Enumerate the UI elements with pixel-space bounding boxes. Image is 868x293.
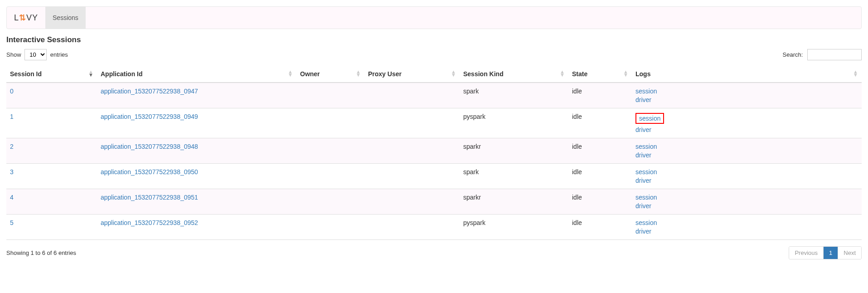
header-label: Session Id: [10, 70, 42, 78]
log-driver-link[interactable]: driver: [635, 177, 858, 184]
session-kind-cell: spark: [460, 164, 568, 189]
header-label: Logs: [635, 70, 650, 78]
log-driver-link[interactable]: driver: [635, 126, 858, 133]
proxy-user-cell: [364, 108, 460, 138]
log-driver-link[interactable]: driver: [635, 96, 858, 103]
proxy-user-cell: [364, 138, 460, 164]
state-cell: idle: [568, 164, 632, 189]
search-control: Search:: [783, 49, 862, 60]
table-controls: Show 10 entries Search:: [6, 49, 862, 60]
search-label: Search:: [783, 51, 803, 58]
header-proxy-user[interactable]: Proxy User ▲▼: [364, 66, 460, 83]
search-input[interactable]: [807, 49, 862, 60]
log-session-link[interactable]: session: [635, 88, 858, 95]
application-id-link[interactable]: application_1532077522938_0948: [101, 143, 198, 150]
session-id-link[interactable]: 0: [10, 88, 14, 95]
proxy-user-cell: [364, 215, 460, 240]
header-logs[interactable]: Logs ▲▼: [632, 66, 862, 83]
entries-label: entries: [50, 51, 68, 58]
proxy-user-cell: [364, 164, 460, 189]
owner-cell: [296, 215, 364, 240]
log-session-link[interactable]: session: [635, 219, 858, 226]
header-label: Owner: [300, 70, 320, 78]
session-id-link[interactable]: 4: [10, 194, 14, 201]
session-id-link[interactable]: 3: [10, 168, 14, 176]
owner-cell: [296, 108, 364, 138]
page-number[interactable]: 1: [823, 247, 838, 259]
application-id-link[interactable]: application_1532077522938_0950: [101, 168, 198, 176]
log-session-link[interactable]: session: [635, 143, 858, 150]
header-state[interactable]: State ▲▼: [568, 66, 632, 83]
table-row: 3application_1532077522938_0950sparkidle…: [6, 164, 862, 189]
sessions-table: Session Id ▲▼ Application Id ▲▼ Owner ▲▼…: [6, 66, 862, 240]
log-session-link[interactable]: session: [635, 168, 858, 176]
session-kind-cell: pyspark: [460, 215, 568, 240]
state-cell: idle: [568, 138, 632, 164]
sort-icon: ▲▼: [356, 70, 361, 77]
brand-right: VY: [26, 13, 38, 23]
proxy-user-cell: [364, 189, 460, 215]
sort-icon: ▲▼: [451, 70, 456, 77]
brand-left: L: [14, 13, 19, 23]
nav-sessions[interactable]: Sessions: [45, 7, 86, 29]
table-row: 1application_1532077522938_0949pysparkid…: [6, 108, 862, 138]
sort-icon: ▲▼: [88, 70, 93, 77]
header-session-kind[interactable]: Session Kind ▲▼: [460, 66, 568, 83]
table-footer: Showing 1 to 6 of 6 entries Previous 1 N…: [6, 246, 862, 259]
prev-button[interactable]: Previous: [789, 247, 823, 259]
session-id-link[interactable]: 2: [10, 143, 14, 150]
length-control: Show 10 entries: [6, 49, 68, 60]
state-cell: idle: [568, 189, 632, 215]
header-label: Application Id: [101, 70, 143, 78]
session-id-link[interactable]: 5: [10, 219, 14, 226]
brand-logo[interactable]: L⇅VY: [7, 6, 45, 29]
table-row: 0application_1532077522938_0947sparkidle…: [6, 83, 862, 108]
show-label: Show: [6, 51, 21, 58]
page-size-select[interactable]: 10: [24, 49, 47, 60]
next-button[interactable]: Next: [838, 247, 861, 259]
table-row: 2application_1532077522938_0948sparkridl…: [6, 138, 862, 164]
content: Interactive Sessions Show 10 entries Sea…: [0, 35, 868, 259]
table-info: Showing 1 to 6 of 6 entries: [6, 249, 76, 256]
session-kind-cell: sparkr: [460, 138, 568, 164]
navbar: L⇅VY Sessions: [6, 6, 862, 29]
state-cell: idle: [568, 215, 632, 240]
owner-cell: [296, 164, 364, 189]
application-id-link[interactable]: application_1532077522938_0952: [101, 219, 198, 226]
owner-cell: [296, 138, 364, 164]
table-row: 4application_1532077522938_0951sparkridl…: [6, 189, 862, 215]
header-application-id[interactable]: Application Id ▲▼: [97, 66, 296, 83]
application-id-link[interactable]: application_1532077522938_0947: [101, 88, 198, 95]
session-id-link[interactable]: 1: [10, 113, 14, 120]
log-driver-link[interactable]: driver: [635, 202, 858, 210]
log-driver-link[interactable]: driver: [635, 228, 858, 235]
header-label: State: [572, 70, 587, 78]
application-id-link[interactable]: application_1532077522938_0951: [101, 194, 198, 201]
sort-icon: ▲▼: [288, 70, 293, 77]
log-session-link[interactable]: session: [635, 113, 858, 125]
header-session-id[interactable]: Session Id ▲▼: [6, 66, 97, 83]
sort-icon: ▲▼: [560, 70, 565, 77]
owner-cell: [296, 189, 364, 215]
state-cell: idle: [568, 83, 632, 108]
session-kind-cell: sparkr: [460, 189, 568, 215]
header-owner[interactable]: Owner ▲▼: [296, 66, 364, 83]
page-heading: Interactive Sessions: [6, 35, 862, 44]
session-kind-cell: spark: [460, 83, 568, 108]
log-session-link[interactable]: session: [635, 194, 858, 201]
header-label: Session Kind: [463, 70, 504, 78]
application-id-link[interactable]: application_1532077522938_0949: [101, 113, 198, 120]
state-cell: idle: [568, 108, 632, 138]
brand-arrow-icon: ⇅: [19, 13, 26, 23]
log-driver-link[interactable]: driver: [635, 151, 858, 159]
sort-icon: ▲▼: [853, 70, 858, 77]
sort-icon: ▲▼: [623, 70, 628, 77]
table-row: 5application_1532077522938_0952pysparkid…: [6, 215, 862, 240]
pagination: Previous 1 Next: [789, 246, 862, 259]
owner-cell: [296, 83, 364, 108]
proxy-user-cell: [364, 83, 460, 108]
session-kind-cell: pyspark: [460, 108, 568, 138]
header-label: Proxy User: [368, 70, 402, 78]
